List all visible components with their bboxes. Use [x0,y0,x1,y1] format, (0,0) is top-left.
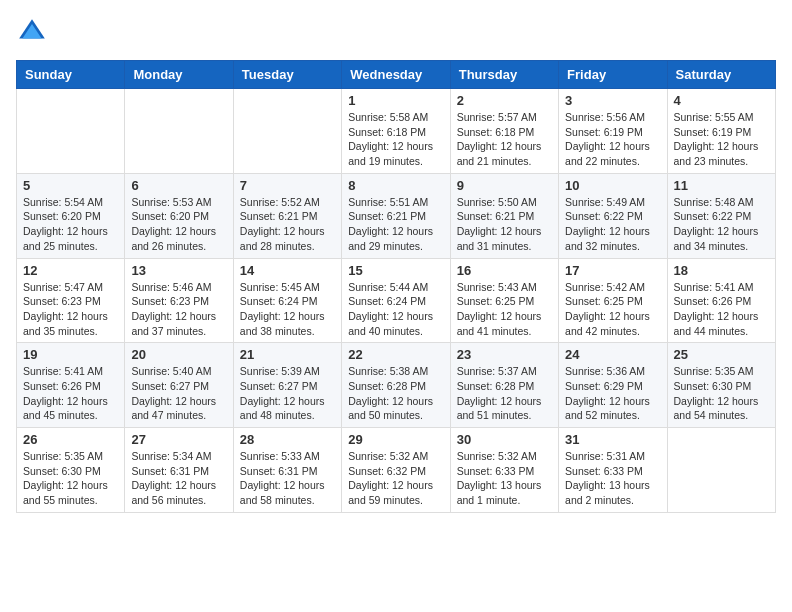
day-number: 28 [240,432,335,447]
calendar-cell: 9Sunrise: 5:50 AMSunset: 6:21 PMDaylight… [450,173,558,258]
calendar-cell: 21Sunrise: 5:39 AMSunset: 6:27 PMDayligh… [233,343,341,428]
calendar-cell: 17Sunrise: 5:42 AMSunset: 6:25 PMDayligh… [559,258,667,343]
day-number: 9 [457,178,552,193]
day-number: 6 [131,178,226,193]
day-number: 16 [457,263,552,278]
weekday-header: Sunday [17,61,125,89]
calendar-cell: 5Sunrise: 5:54 AMSunset: 6:20 PMDaylight… [17,173,125,258]
day-info: Sunrise: 5:53 AMSunset: 6:20 PMDaylight:… [131,195,226,254]
calendar-cell: 18Sunrise: 5:41 AMSunset: 6:26 PMDayligh… [667,258,775,343]
calendar-cell [17,89,125,174]
calendar-cell: 27Sunrise: 5:34 AMSunset: 6:31 PMDayligh… [125,428,233,513]
day-info: Sunrise: 5:47 AMSunset: 6:23 PMDaylight:… [23,280,118,339]
day-info: Sunrise: 5:52 AMSunset: 6:21 PMDaylight:… [240,195,335,254]
day-number: 4 [674,93,769,108]
calendar-cell: 20Sunrise: 5:40 AMSunset: 6:27 PMDayligh… [125,343,233,428]
calendar-cell: 3Sunrise: 5:56 AMSunset: 6:19 PMDaylight… [559,89,667,174]
weekday-header: Wednesday [342,61,450,89]
day-number: 23 [457,347,552,362]
day-info: Sunrise: 5:38 AMSunset: 6:28 PMDaylight:… [348,364,443,423]
calendar-cell: 31Sunrise: 5:31 AMSunset: 6:33 PMDayligh… [559,428,667,513]
day-info: Sunrise: 5:39 AMSunset: 6:27 PMDaylight:… [240,364,335,423]
day-number: 14 [240,263,335,278]
calendar-week-row: 26Sunrise: 5:35 AMSunset: 6:30 PMDayligh… [17,428,776,513]
calendar-cell: 11Sunrise: 5:48 AMSunset: 6:22 PMDayligh… [667,173,775,258]
day-info: Sunrise: 5:44 AMSunset: 6:24 PMDaylight:… [348,280,443,339]
calendar-cell: 1Sunrise: 5:58 AMSunset: 6:18 PMDaylight… [342,89,450,174]
calendar-cell: 2Sunrise: 5:57 AMSunset: 6:18 PMDaylight… [450,89,558,174]
day-info: Sunrise: 5:48 AMSunset: 6:22 PMDaylight:… [674,195,769,254]
day-info: Sunrise: 5:56 AMSunset: 6:19 PMDaylight:… [565,110,660,169]
calendar-cell [667,428,775,513]
calendar-cell: 14Sunrise: 5:45 AMSunset: 6:24 PMDayligh… [233,258,341,343]
day-info: Sunrise: 5:50 AMSunset: 6:21 PMDaylight:… [457,195,552,254]
day-number: 24 [565,347,660,362]
day-info: Sunrise: 5:57 AMSunset: 6:18 PMDaylight:… [457,110,552,169]
weekday-header: Monday [125,61,233,89]
day-number: 7 [240,178,335,193]
day-number: 12 [23,263,118,278]
calendar-cell: 13Sunrise: 5:46 AMSunset: 6:23 PMDayligh… [125,258,233,343]
calendar-cell: 7Sunrise: 5:52 AMSunset: 6:21 PMDaylight… [233,173,341,258]
day-info: Sunrise: 5:36 AMSunset: 6:29 PMDaylight:… [565,364,660,423]
calendar-cell: 15Sunrise: 5:44 AMSunset: 6:24 PMDayligh… [342,258,450,343]
day-info: Sunrise: 5:35 AMSunset: 6:30 PMDaylight:… [23,449,118,508]
day-info: Sunrise: 5:54 AMSunset: 6:20 PMDaylight:… [23,195,118,254]
day-number: 17 [565,263,660,278]
calendar-cell: 4Sunrise: 5:55 AMSunset: 6:19 PMDaylight… [667,89,775,174]
day-number: 29 [348,432,443,447]
day-number: 22 [348,347,443,362]
calendar-cell: 19Sunrise: 5:41 AMSunset: 6:26 PMDayligh… [17,343,125,428]
day-number: 2 [457,93,552,108]
day-number: 1 [348,93,443,108]
day-info: Sunrise: 5:32 AMSunset: 6:32 PMDaylight:… [348,449,443,508]
day-number: 8 [348,178,443,193]
day-info: Sunrise: 5:45 AMSunset: 6:24 PMDaylight:… [240,280,335,339]
day-info: Sunrise: 5:31 AMSunset: 6:33 PMDaylight:… [565,449,660,508]
day-info: Sunrise: 5:41 AMSunset: 6:26 PMDaylight:… [23,364,118,423]
weekday-header: Saturday [667,61,775,89]
day-number: 13 [131,263,226,278]
day-number: 18 [674,263,769,278]
day-info: Sunrise: 5:51 AMSunset: 6:21 PMDaylight:… [348,195,443,254]
day-number: 10 [565,178,660,193]
day-number: 3 [565,93,660,108]
day-info: Sunrise: 5:55 AMSunset: 6:19 PMDaylight:… [674,110,769,169]
day-info: Sunrise: 5:32 AMSunset: 6:33 PMDaylight:… [457,449,552,508]
calendar-cell: 25Sunrise: 5:35 AMSunset: 6:30 PMDayligh… [667,343,775,428]
calendar-cell: 29Sunrise: 5:32 AMSunset: 6:32 PMDayligh… [342,428,450,513]
day-info: Sunrise: 5:41 AMSunset: 6:26 PMDaylight:… [674,280,769,339]
day-number: 27 [131,432,226,447]
day-info: Sunrise: 5:35 AMSunset: 6:30 PMDaylight:… [674,364,769,423]
calendar-cell: 22Sunrise: 5:38 AMSunset: 6:28 PMDayligh… [342,343,450,428]
day-number: 31 [565,432,660,447]
day-number: 19 [23,347,118,362]
calendar-cell [233,89,341,174]
day-number: 20 [131,347,226,362]
calendar-week-row: 12Sunrise: 5:47 AMSunset: 6:23 PMDayligh… [17,258,776,343]
day-info: Sunrise: 5:49 AMSunset: 6:22 PMDaylight:… [565,195,660,254]
day-info: Sunrise: 5:43 AMSunset: 6:25 PMDaylight:… [457,280,552,339]
calendar-header-row: SundayMondayTuesdayWednesdayThursdayFrid… [17,61,776,89]
weekday-header: Tuesday [233,61,341,89]
calendar-cell: 12Sunrise: 5:47 AMSunset: 6:23 PMDayligh… [17,258,125,343]
day-info: Sunrise: 5:42 AMSunset: 6:25 PMDaylight:… [565,280,660,339]
day-info: Sunrise: 5:33 AMSunset: 6:31 PMDaylight:… [240,449,335,508]
day-number: 25 [674,347,769,362]
calendar-cell [125,89,233,174]
logo-icon [16,16,48,48]
calendar-cell: 10Sunrise: 5:49 AMSunset: 6:22 PMDayligh… [559,173,667,258]
calendar-cell: 6Sunrise: 5:53 AMSunset: 6:20 PMDaylight… [125,173,233,258]
page-header [16,16,776,48]
calendar-week-row: 1Sunrise: 5:58 AMSunset: 6:18 PMDaylight… [17,89,776,174]
weekday-header: Thursday [450,61,558,89]
calendar-cell: 28Sunrise: 5:33 AMSunset: 6:31 PMDayligh… [233,428,341,513]
day-info: Sunrise: 5:40 AMSunset: 6:27 PMDaylight:… [131,364,226,423]
calendar-cell: 30Sunrise: 5:32 AMSunset: 6:33 PMDayligh… [450,428,558,513]
day-info: Sunrise: 5:37 AMSunset: 6:28 PMDaylight:… [457,364,552,423]
calendar-cell: 16Sunrise: 5:43 AMSunset: 6:25 PMDayligh… [450,258,558,343]
calendar-cell: 26Sunrise: 5:35 AMSunset: 6:30 PMDayligh… [17,428,125,513]
day-number: 26 [23,432,118,447]
day-info: Sunrise: 5:34 AMSunset: 6:31 PMDaylight:… [131,449,226,508]
day-info: Sunrise: 5:46 AMSunset: 6:23 PMDaylight:… [131,280,226,339]
